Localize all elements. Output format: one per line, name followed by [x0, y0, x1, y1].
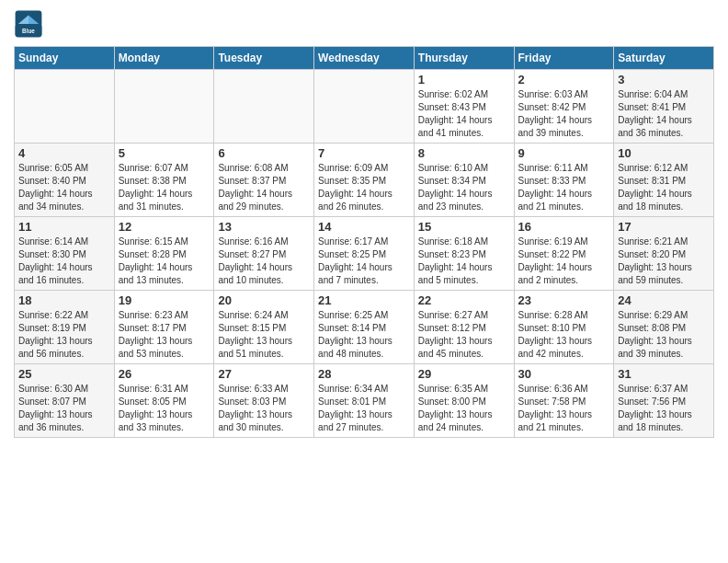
day-number: 3	[618, 73, 710, 86]
col-header-sunday: Sunday	[15, 47, 115, 70]
day-info: Sunrise: 6:31 AM Sunset: 8:05 PM Dayligh…	[119, 383, 210, 434]
day-number: 28	[318, 367, 410, 381]
day-info: Sunrise: 6:30 AM Sunset: 8:07 PM Dayligh…	[18, 383, 110, 434]
col-header-wednesday: Wednesday	[314, 47, 415, 70]
day-cell: 10Sunrise: 6:12 AM Sunset: 8:31 PM Dayli…	[614, 144, 714, 217]
day-info: Sunrise: 6:23 AM Sunset: 8:17 PM Dayligh…	[119, 309, 210, 361]
day-cell: 26Sunrise: 6:31 AM Sunset: 8:05 PM Dayli…	[114, 364, 214, 438]
col-header-monday: Monday	[114, 47, 214, 70]
day-cell: 31Sunrise: 6:37 AM Sunset: 7:56 PM Dayli…	[614, 364, 714, 438]
day-cell: 24Sunrise: 6:29 AM Sunset: 8:08 PM Dayli…	[614, 291, 714, 364]
day-cell: 17Sunrise: 6:21 AM Sunset: 8:20 PM Dayli…	[614, 217, 714, 291]
day-cell: 27Sunrise: 6:33 AM Sunset: 8:03 PM Dayli…	[214, 364, 314, 438]
day-cell	[114, 70, 214, 144]
day-number: 29	[418, 367, 510, 381]
day-cell: 29Sunrise: 6:35 AM Sunset: 8:00 PM Dayli…	[414, 364, 514, 438]
col-header-saturday: Saturday	[614, 47, 714, 70]
day-cell: 2Sunrise: 6:03 AM Sunset: 8:42 PM Daylig…	[514, 70, 614, 144]
day-info: Sunrise: 6:12 AM Sunset: 8:31 PM Dayligh…	[618, 162, 710, 213]
col-header-tuesday: Tuesday	[214, 47, 314, 70]
day-info: Sunrise: 6:25 AM Sunset: 8:14 PM Dayligh…	[318, 309, 410, 361]
calendar-body: 1Sunrise: 6:02 AM Sunset: 8:43 PM Daylig…	[15, 70, 714, 438]
day-number: 20	[218, 293, 310, 307]
day-number: 2	[518, 73, 610, 86]
week-row-3: 11Sunrise: 6:14 AM Sunset: 8:30 PM Dayli…	[15, 217, 714, 291]
day-cell: 1Sunrise: 6:02 AM Sunset: 8:43 PM Daylig…	[414, 70, 514, 144]
day-info: Sunrise: 6:18 AM Sunset: 8:23 PM Dayligh…	[418, 236, 510, 287]
day-number: 4	[18, 146, 110, 160]
day-number: 8	[418, 146, 510, 160]
day-number: 17	[618, 220, 710, 234]
day-info: Sunrise: 6:02 AM Sunset: 8:43 PM Dayligh…	[418, 88, 510, 140]
day-cell: 15Sunrise: 6:18 AM Sunset: 8:23 PM Dayli…	[414, 217, 514, 291]
day-cell: 30Sunrise: 6:36 AM Sunset: 7:58 PM Dayli…	[514, 364, 614, 438]
day-info: Sunrise: 6:27 AM Sunset: 8:12 PM Dayligh…	[418, 309, 510, 361]
day-number: 11	[18, 220, 110, 234]
day-number: 13	[218, 220, 310, 234]
day-info: Sunrise: 6:10 AM Sunset: 8:34 PM Dayligh…	[418, 162, 510, 213]
calendar-table: SundayMondayTuesdayWednesdayThursdayFrid…	[14, 46, 714, 438]
day-cell: 21Sunrise: 6:25 AM Sunset: 8:14 PM Dayli…	[314, 291, 415, 364]
calendar-page: Blue SundayMondayTuesdayWednesdayThursda…	[0, 0, 728, 447]
day-cell: 3Sunrise: 6:04 AM Sunset: 8:41 PM Daylig…	[614, 70, 714, 144]
day-cell: 9Sunrise: 6:11 AM Sunset: 8:33 PM Daylig…	[514, 144, 614, 217]
day-info: Sunrise: 6:11 AM Sunset: 8:33 PM Dayligh…	[518, 162, 610, 213]
col-header-thursday: Thursday	[414, 47, 514, 70]
day-number: 23	[518, 293, 610, 307]
day-number: 25	[18, 367, 110, 381]
day-number: 14	[318, 220, 410, 234]
logo-icon: Blue	[14, 9, 43, 39]
day-cell: 7Sunrise: 6:09 AM Sunset: 8:35 PM Daylig…	[314, 144, 415, 217]
day-number: 5	[119, 146, 210, 160]
day-info: Sunrise: 6:28 AM Sunset: 8:10 PM Dayligh…	[518, 309, 610, 361]
day-cell: 4Sunrise: 6:05 AM Sunset: 8:40 PM Daylig…	[15, 144, 115, 217]
day-number: 27	[218, 367, 310, 381]
day-info: Sunrise: 6:36 AM Sunset: 7:58 PM Dayligh…	[518, 383, 610, 434]
day-number: 16	[518, 220, 610, 234]
day-cell: 14Sunrise: 6:17 AM Sunset: 8:25 PM Dayli…	[314, 217, 415, 291]
week-row-1: 1Sunrise: 6:02 AM Sunset: 8:43 PM Daylig…	[15, 70, 714, 144]
day-info: Sunrise: 6:16 AM Sunset: 8:27 PM Dayligh…	[218, 236, 310, 287]
day-number: 26	[119, 367, 210, 381]
day-info: Sunrise: 6:22 AM Sunset: 8:19 PM Dayligh…	[18, 309, 110, 361]
calendar-header-row: SundayMondayTuesdayWednesdayThursdayFrid…	[15, 47, 714, 70]
day-info: Sunrise: 6:07 AM Sunset: 8:38 PM Dayligh…	[119, 162, 210, 213]
day-cell: 28Sunrise: 6:34 AM Sunset: 8:01 PM Dayli…	[314, 364, 415, 438]
day-info: Sunrise: 6:35 AM Sunset: 8:00 PM Dayligh…	[418, 383, 510, 434]
day-info: Sunrise: 6:08 AM Sunset: 8:37 PM Dayligh…	[218, 162, 310, 213]
day-info: Sunrise: 6:15 AM Sunset: 8:28 PM Dayligh…	[119, 236, 210, 287]
day-info: Sunrise: 6:03 AM Sunset: 8:42 PM Dayligh…	[518, 88, 610, 140]
day-number: 19	[119, 293, 210, 307]
col-header-friday: Friday	[514, 47, 614, 70]
day-info: Sunrise: 6:21 AM Sunset: 8:20 PM Dayligh…	[618, 236, 710, 287]
day-info: Sunrise: 6:04 AM Sunset: 8:41 PM Dayligh…	[618, 88, 710, 140]
page-header: Blue	[14, 9, 714, 39]
day-info: Sunrise: 6:14 AM Sunset: 8:30 PM Dayligh…	[18, 236, 110, 287]
day-cell: 23Sunrise: 6:28 AM Sunset: 8:10 PM Dayli…	[514, 291, 614, 364]
day-info: Sunrise: 6:24 AM Sunset: 8:15 PM Dayligh…	[218, 309, 310, 361]
day-cell	[15, 70, 115, 144]
day-cell: 13Sunrise: 6:16 AM Sunset: 8:27 PM Dayli…	[214, 217, 314, 291]
week-row-2: 4Sunrise: 6:05 AM Sunset: 8:40 PM Daylig…	[15, 144, 714, 217]
day-number: 15	[418, 220, 510, 234]
day-cell: 6Sunrise: 6:08 AM Sunset: 8:37 PM Daylig…	[214, 144, 314, 217]
day-cell	[214, 70, 314, 144]
day-info: Sunrise: 6:19 AM Sunset: 8:22 PM Dayligh…	[518, 236, 610, 287]
day-number: 9	[518, 146, 610, 160]
day-cell: 16Sunrise: 6:19 AM Sunset: 8:22 PM Dayli…	[514, 217, 614, 291]
day-info: Sunrise: 6:09 AM Sunset: 8:35 PM Dayligh…	[318, 162, 410, 213]
day-number: 18	[18, 293, 110, 307]
day-number: 10	[618, 146, 710, 160]
day-cell: 25Sunrise: 6:30 AM Sunset: 8:07 PM Dayli…	[15, 364, 115, 438]
day-info: Sunrise: 6:37 AM Sunset: 7:56 PM Dayligh…	[618, 383, 710, 434]
day-info: Sunrise: 6:29 AM Sunset: 8:08 PM Dayligh…	[618, 309, 710, 361]
day-cell: 8Sunrise: 6:10 AM Sunset: 8:34 PM Daylig…	[414, 144, 514, 217]
day-number: 21	[318, 293, 410, 307]
day-number: 22	[418, 293, 510, 307]
day-info: Sunrise: 6:34 AM Sunset: 8:01 PM Dayligh…	[318, 383, 410, 434]
day-number: 7	[318, 146, 410, 160]
day-number: 6	[218, 146, 310, 160]
day-info: Sunrise: 6:33 AM Sunset: 8:03 PM Dayligh…	[218, 383, 310, 434]
day-info: Sunrise: 6:05 AM Sunset: 8:40 PM Dayligh…	[18, 162, 110, 213]
day-cell: 19Sunrise: 6:23 AM Sunset: 8:17 PM Dayli…	[114, 291, 214, 364]
